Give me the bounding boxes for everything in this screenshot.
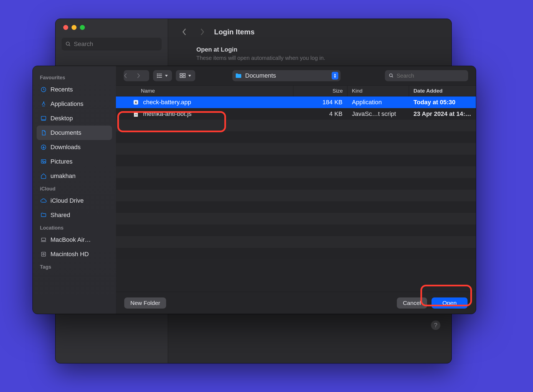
appstore-icon <box>40 101 47 107</box>
sidebar-item-applications[interactable]: Applications <box>37 97 112 111</box>
file-icon: JS <box>133 111 139 117</box>
svg-point-22 <box>157 77 158 78</box>
svg-rect-15 <box>42 252 46 256</box>
file-kind: Application <box>347 96 409 108</box>
column-header-kind[interactable]: Kind <box>347 86 409 96</box>
empty-row <box>116 248 476 259</box>
sidebar-group-label: iCloud <box>37 183 112 194</box>
path-popup[interactable]: Documents ▲▼ <box>232 70 341 81</box>
updown-icon: ▲▼ <box>332 72 338 80</box>
file-size: 4 KB <box>293 108 347 120</box>
settings-header: Login Items <box>179 26 441 38</box>
close-window-icon[interactable] <box>63 25 68 30</box>
sidebar-item-desktop[interactable]: Desktop <box>37 111 112 126</box>
doc-icon <box>40 130 47 136</box>
chevron-down-icon <box>188 74 191 77</box>
file-name: metrika-anti-bot.js <box>143 110 192 118</box>
svg-marker-23 <box>165 75 168 77</box>
disk-icon <box>40 251 47 257</box>
new-folder-button[interactable]: New Folder <box>124 297 166 309</box>
list-view-button[interactable] <box>153 70 172 81</box>
sidebar-item-documents[interactable]: Documents <box>37 126 112 140</box>
home-icon <box>40 173 47 179</box>
path-label: Documents <box>245 72 276 79</box>
sidebar-item-downloads[interactable]: Downloads <box>37 140 112 154</box>
forward-button[interactable] <box>136 70 149 81</box>
panel-footer: New Folder Cancel Open <box>116 292 476 314</box>
sidebar-item-macintosh-hd[interactable]: Macintosh HD <box>37 247 112 261</box>
file-list[interactable]: check-battery.app184 KBApplicationToday … <box>116 96 476 292</box>
folder-icon <box>235 73 242 78</box>
sidebar-item-label: Macintosh HD <box>50 251 89 258</box>
sidebar-group-label: Tags <box>37 261 112 272</box>
finder-search[interactable] <box>385 70 468 81</box>
empty-row <box>116 166 476 178</box>
svg-line-30 <box>392 76 393 77</box>
sidebar-item-icloud-drive[interactable]: iCloud Drive <box>37 194 112 208</box>
sidebar-item-umakhan[interactable]: umakhan <box>37 169 112 183</box>
settings-search-field[interactable]: Search <box>62 38 162 50</box>
nav-segmented <box>124 70 149 81</box>
section-description: These items will open automatically when… <box>196 55 441 61</box>
search-icon <box>65 41 71 47</box>
open-file-panel: FavouritesRecentsApplicationsDesktopDocu… <box>32 66 476 314</box>
back-button[interactable] <box>124 70 136 81</box>
folder-icon <box>40 212 47 218</box>
chevron-down-icon <box>165 74 168 77</box>
empty-row <box>116 213 476 225</box>
sidebar-item-label: Documents <box>50 129 81 136</box>
zoom-window-icon[interactable] <box>80 25 85 30</box>
empty-row <box>116 190 476 201</box>
download-icon <box>40 144 47 150</box>
svg-rect-13 <box>42 238 46 241</box>
empty-row <box>116 225 476 236</box>
finder-search-input[interactable] <box>397 73 464 79</box>
cancel-button[interactable]: Cancel <box>397 297 427 309</box>
cloud-icon <box>40 198 47 204</box>
finder-toolbar: Documents ▲▼ <box>116 66 476 85</box>
svg-rect-7 <box>41 116 46 120</box>
empty-row <box>116 143 476 155</box>
file-icon <box>133 99 139 106</box>
sidebar-item-recents[interactable]: Recents <box>37 82 112 97</box>
section-title: Open at Login <box>196 46 441 53</box>
file-size: 184 KB <box>293 96 347 108</box>
file-row[interactable]: check-battery.app184 KBApplicationToday … <box>116 96 476 108</box>
file-row[interactable]: JSmetrika-anti-bot.js4 KBJavaSc…t script… <box>116 108 476 120</box>
laptop-icon <box>40 237 47 243</box>
clock-icon <box>40 86 47 93</box>
sidebar-item-shared[interactable]: Shared <box>37 208 112 222</box>
column-header-name[interactable]: Name <box>116 86 293 96</box>
svg-point-12 <box>42 161 43 162</box>
column-header-size[interactable]: Size <box>293 86 347 96</box>
svg-point-29 <box>389 74 392 77</box>
finder-sidebar: FavouritesRecentsApplicationsDesktopDocu… <box>33 66 116 314</box>
column-header-date[interactable]: Date Added <box>409 86 476 96</box>
desktop-icon <box>40 115 47 121</box>
help-button[interactable]: ? <box>431 320 440 330</box>
group-by-button[interactable] <box>176 70 195 81</box>
empty-row <box>116 178 476 190</box>
sidebar-item-label: Recents <box>50 86 73 93</box>
sidebar-group-label: Locations <box>37 222 112 233</box>
open-button[interactable]: Open <box>432 297 468 309</box>
svg-point-20 <box>157 74 158 74</box>
file-date: 23 Apr 2024 at 14:… <box>409 108 476 120</box>
nav-back-button[interactable] <box>179 26 190 38</box>
column-headers: Name Size Kind Date Added <box>116 85 476 96</box>
nav-forward-button[interactable] <box>196 26 208 38</box>
empty-row <box>116 131 476 143</box>
sidebar-item-pictures[interactable]: Pictures <box>37 154 112 169</box>
svg-line-1 <box>69 45 70 46</box>
sidebar-item-macbook-air-[interactable]: MacBook Air… <box>37 233 112 247</box>
help-icon: ? <box>434 322 437 329</box>
svg-point-16 <box>43 253 44 255</box>
svg-rect-25 <box>183 73 185 75</box>
finder-main: Documents ▲▼ Name Size Kind Date Added c… <box>116 66 476 314</box>
svg-rect-26 <box>180 76 182 78</box>
empty-row <box>116 155 476 166</box>
window-traffic-lights[interactable] <box>55 25 168 30</box>
empty-row <box>116 236 476 248</box>
file-kind: JavaSc…t script <box>347 108 409 120</box>
minimize-window-icon[interactable] <box>72 25 77 30</box>
